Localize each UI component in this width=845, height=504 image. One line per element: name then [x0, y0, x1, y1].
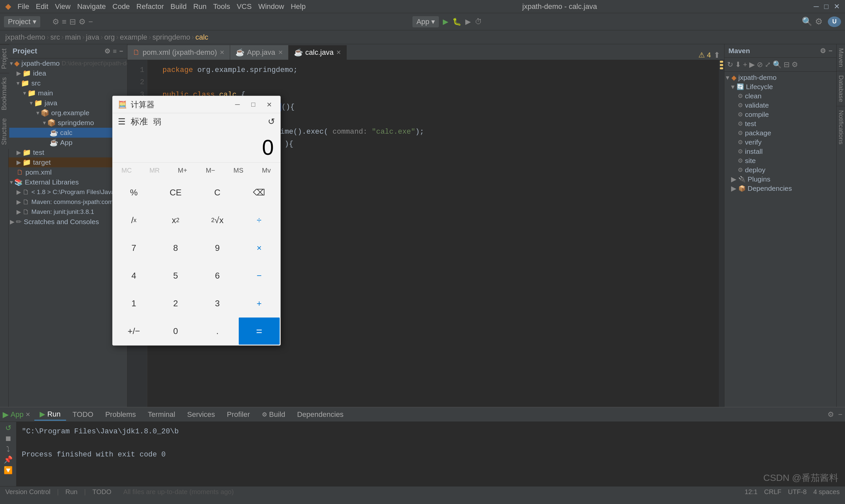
tree-scratches[interactable]: ▶ ✏ Scratches and Consoles	[8, 217, 127, 227]
toolbar-icon-1[interactable]: ⚙	[52, 17, 59, 26]
tab-profiler[interactable]: Profiler	[222, 409, 255, 420]
run-stop[interactable]: ⏹	[5, 434, 12, 443]
calc-3[interactable]: 3	[197, 290, 238, 317]
calc-backspace[interactable]: ⌫	[239, 179, 280, 206]
run-tab-close[interactable]: ✕	[25, 411, 30, 418]
breadcrumb-project[interactable]: jxpath-demo	[5, 33, 45, 41]
calc-divide[interactable]: ÷	[239, 206, 280, 234]
breadcrumb-example[interactable]: example	[120, 33, 147, 41]
todo-label[interactable]: TODO	[92, 488, 111, 496]
run-button[interactable]: ▶	[443, 18, 448, 26]
calc-4[interactable]: 4	[113, 262, 155, 289]
structure-tool-button[interactable]: Structure	[0, 114, 9, 149]
maven-package[interactable]: ⚙ package	[724, 128, 837, 138]
profile-button[interactable]: ⏱	[475, 18, 482, 26]
maven-verify[interactable]: ⚙ verify	[724, 138, 837, 147]
maven-refresh[interactable]: ↻	[727, 60, 733, 69]
menu-tools[interactable]: Tools	[213, 2, 230, 11]
run-config[interactable]: App ▾	[412, 16, 439, 28]
run-filter[interactable]: 🔽	[4, 466, 13, 475]
calc-minimize[interactable]: ─	[231, 99, 243, 111]
menu-navigate[interactable]: Navigate	[77, 2, 106, 11]
tab-build[interactable]: ⚙ Build	[257, 409, 291, 420]
run-rerun[interactable]: ↺	[5, 424, 11, 432]
indent-label[interactable]: 4 spaces	[813, 488, 840, 496]
maven-dependencies-group[interactable]: ▶ 📦 Dependencies	[724, 184, 837, 193]
calc-decimal[interactable]: .	[197, 318, 238, 345]
project-combo[interactable]: Project ▾	[4, 16, 40, 28]
calc-equals[interactable]: =	[239, 318, 280, 345]
tab-todo[interactable]: TODO	[67, 409, 99, 420]
expand-editor[interactable]: ⬆	[714, 51, 720, 60]
close-button[interactable]: ✕	[834, 2, 840, 11]
calc-ce[interactable]: CE	[155, 179, 196, 206]
database-side-label[interactable]: Database	[836, 71, 845, 106]
panel-settings[interactable]: ⚙	[104, 47, 110, 55]
tab-pom-close[interactable]: ✕	[219, 49, 225, 56]
calc-mv[interactable]: Mv	[252, 164, 280, 177]
notifications-side-label[interactable]: Notifications	[836, 106, 845, 148]
coverage-button[interactable]: ▶	[465, 18, 471, 26]
settings-gear[interactable]: ⚙	[815, 17, 823, 27]
calc-5[interactable]: 5	[155, 262, 196, 289]
calc-close[interactable]: ✕	[263, 99, 275, 111]
debug-button[interactable]: 🐛	[452, 18, 461, 26]
line-ending[interactable]: CRLF	[764, 488, 781, 496]
panel-gear[interactable]: ≡	[113, 48, 117, 55]
maven-side-label[interactable]: Maven	[836, 44, 845, 71]
calc-9[interactable]: 9	[197, 234, 238, 262]
maven-root[interactable]: ▾ ◆ jxpath-demo	[724, 73, 837, 82]
calc-reciprocal[interactable]: /x	[113, 206, 155, 234]
tab-dependencies[interactable]: Dependencies	[292, 409, 349, 420]
calc-mc[interactable]: MC	[112, 164, 141, 177]
maven-skip[interactable]: ⊘	[757, 60, 763, 69]
calc-maximize[interactable]: □	[247, 99, 259, 111]
avatar[interactable]: U	[828, 17, 841, 27]
tree-src[interactable]: ▾ 📁 src	[8, 78, 127, 88]
menu-file[interactable]: File	[18, 2, 29, 11]
bookmarks-tool-button[interactable]: Bookmarks	[0, 73, 9, 114]
tree-org-example[interactable]: ▾ 📦 org.example	[8, 108, 127, 118]
calc-0[interactable]: 0	[155, 318, 196, 345]
menu-code[interactable]: Code	[112, 2, 130, 11]
maven-search[interactable]: 🔍	[773, 60, 781, 69]
run-label[interactable]: Run	[65, 488, 77, 496]
menu-edit[interactable]: Edit	[36, 2, 48, 11]
maven-deploy[interactable]: ⚙ deploy	[724, 165, 837, 175]
breadcrumb-java[interactable]: java	[86, 33, 99, 41]
tree-test[interactable]: ▶ 📁 test	[8, 147, 127, 158]
tab-calc[interactable]: ☕ calc.java ✕	[288, 45, 347, 60]
tree-target[interactable]: ▶ 📁 target	[8, 158, 127, 167]
tree-springdemo[interactable]: ▾ 📦 springdemo	[8, 118, 127, 128]
calc-1[interactable]: 1	[113, 290, 155, 317]
tab-services[interactable]: Services	[182, 409, 220, 420]
toolbar-run-controls[interactable]: App ▾ ▶ 🐛 ▶ ⏱	[412, 16, 482, 28]
maven-collapse[interactable]: ⊟	[784, 60, 790, 69]
tree-commons-jxpath[interactable]: ▶ 🗋 Maven: commons-jxpath:commons-jxpath…	[8, 197, 127, 207]
tab-problems[interactable]: Problems	[100, 409, 141, 420]
search-everywhere[interactable]: 🔍	[802, 17, 812, 27]
calc-2[interactable]: 2	[155, 290, 196, 317]
menu-window[interactable]: Window	[258, 2, 284, 11]
maximize-button[interactable]: □	[824, 2, 828, 11]
run-settings[interactable]: ⚙	[827, 410, 834, 419]
maven-test[interactable]: ⚙ test	[724, 119, 837, 128]
maven-run[interactable]: ▶	[749, 60, 755, 69]
menu-bar[interactable]: File Edit View Navigate Code Refactor Bu…	[18, 2, 306, 11]
calc-menu-icon[interactable]: ☰	[118, 116, 125, 127]
tree-main[interactable]: ▾ 📁 main	[8, 88, 127, 98]
maven-toggle[interactable]: ⤢	[765, 60, 771, 69]
maven-clean[interactable]: ⚙ clean	[724, 91, 837, 101]
run-step[interactable]: ⤵	[6, 445, 10, 453]
tab-run[interactable]: ▶ Run	[34, 409, 66, 420]
run-close-panel[interactable]: −	[838, 410, 842, 419]
minimize-button[interactable]: ─	[814, 2, 819, 11]
maven-install[interactable]: ⚙ install	[724, 147, 837, 156]
tree-calc[interactable]: ☕ calc	[8, 128, 127, 138]
tree-root[interactable]: ▾ ◆ jxpath-demo D:\idea-project\jxpath-d…	[8, 58, 127, 68]
tree-idea[interactable]: ▶ 📁 idea	[8, 68, 127, 78]
menu-run[interactable]: Run	[193, 2, 206, 11]
version-control-label[interactable]: Version Control	[5, 488, 51, 496]
calc-ms[interactable]: MS	[225, 164, 252, 177]
menu-refactor[interactable]: Refactor	[136, 2, 164, 11]
